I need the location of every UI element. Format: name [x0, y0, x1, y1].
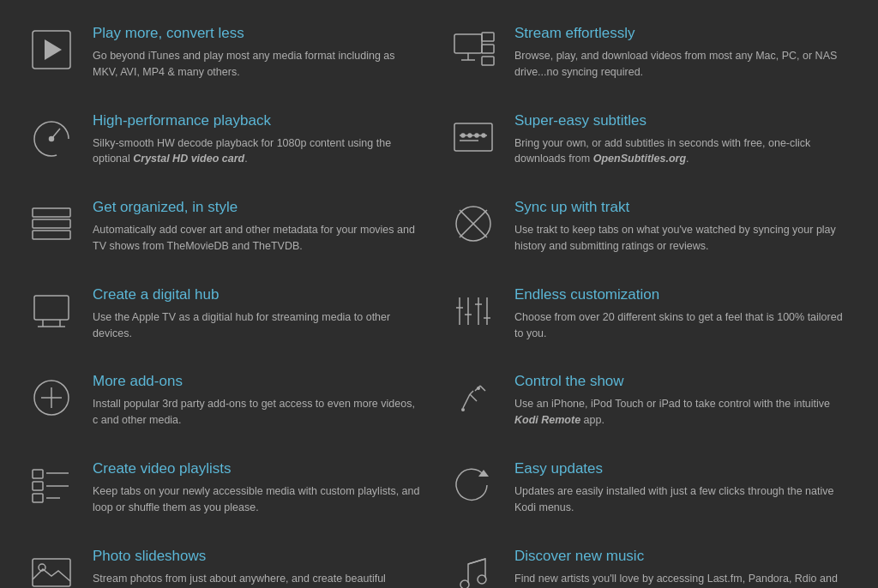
play-convert-icon: [26, 24, 77, 75]
subtitles-icon: [448, 111, 499, 163]
svg-rect-11: [454, 123, 492, 151]
svg-rect-19: [33, 219, 70, 228]
feature-desc-addons: Install popular 3rd party add-ons to get…: [93, 396, 422, 429]
svg-rect-48: [33, 482, 43, 490]
feature-desc-stream-effortlessly: Browse, play, and download videos from m…: [514, 48, 844, 81]
feature-item-updates: Easy updatesUpdates are easily installed…: [439, 444, 861, 531]
feature-text-playlists: Create video playlistsKeep tabs on your …: [93, 459, 422, 516]
high-performance-icon: [26, 111, 77, 163]
svg-point-16: [475, 134, 478, 137]
svg-line-40: [463, 394, 470, 408]
feature-text-stream-effortlessly: Stream effortlesslyBrowse, play, and dow…: [514, 24, 844, 81]
svg-line-58: [468, 559, 485, 564]
feature-item-control: Control the showUse an iPhone, iPod Touc…: [439, 357, 861, 444]
features-grid: Play more, convert lessGo beyond iTunes …: [0, 0, 878, 588]
svg-rect-2: [454, 34, 482, 53]
feature-desc-playlists: Keep tabs on your newly accessible media…: [93, 483, 422, 516]
feature-text-music: Discover new musicFind new artists you'l…: [514, 547, 844, 588]
feature-text-addons: More add-onsInstall popular 3rd party ad…: [93, 372, 422, 429]
feature-text-customization: Endless customizationChoose from over 20…: [514, 285, 844, 342]
feature-text-subtitles: Super-easy subtitlesBring your own, or a…: [514, 111, 844, 168]
digital-hub-icon: [26, 285, 77, 337]
feature-desc-music: Find new artists you'll love by accessin…: [514, 571, 844, 588]
feature-desc-digital-hub: Use the Apple TV as a digitial hub for s…: [93, 309, 422, 342]
feature-desc-control: Use an iPhone, iPod Touch or iPad to tak…: [514, 396, 844, 429]
svg-line-45: [470, 391, 473, 394]
feature-text-control: Control the showUse an iPhone, iPod Touc…: [514, 372, 844, 429]
svg-point-56: [460, 580, 469, 588]
control-icon: [448, 372, 499, 423]
svg-point-10: [50, 136, 54, 141]
feature-title-playlists: Create video playlists: [93, 459, 422, 478]
feature-text-updates: Easy updatesUpdates are easily installed…: [514, 459, 844, 516]
slideshows-icon: [26, 547, 77, 588]
feature-desc-slideshows: Stream photos from just about anywhere, …: [93, 571, 422, 588]
feature-desc-updates: Updates are easily installed with just a…: [514, 483, 844, 516]
feature-item-music: Discover new musicFind new artists you'l…: [439, 531, 861, 588]
feature-item-organized: Get organized, in styleAutomatically add…: [17, 183, 439, 270]
addons-icon: [26, 372, 77, 423]
feature-title-control: Control the show: [514, 372, 844, 391]
feature-item-addons: More add-onsInstall popular 3rd party ad…: [17, 357, 439, 444]
feature-item-play-convert: Play more, convert lessGo beyond iTunes …: [17, 9, 439, 96]
feature-desc-high-performance: Silky-smooth HW decode playback for 1080…: [93, 135, 422, 168]
svg-point-46: [461, 408, 465, 411]
svg-rect-7: [482, 57, 494, 65]
feature-title-stream-effortlessly: Stream effortlessly: [514, 24, 844, 43]
feature-title-play-convert: Play more, convert less: [93, 24, 422, 43]
feature-desc-organized: Automatically add cover art and other me…: [93, 222, 422, 255]
svg-rect-49: [33, 494, 43, 502]
feature-text-high-performance: High-performance playbackSilky-smooth HW…: [93, 111, 422, 168]
feature-item-slideshows: Photo slideshowsStream photos from just …: [17, 531, 439, 588]
stream-effortlessly-icon: [448, 24, 499, 75]
feature-item-high-performance: High-performance playbackSilky-smooth HW…: [17, 96, 439, 183]
feature-item-digital-hub: Create a digital hubUse the Apple TV as …: [17, 270, 439, 357]
svg-point-44: [477, 387, 480, 390]
feature-title-updates: Easy updates: [514, 459, 844, 478]
feature-title-subtitles: Super-easy subtitles: [514, 111, 844, 130]
feature-item-customization: Endless customizationChoose from over 20…: [439, 270, 861, 357]
svg-rect-6: [482, 45, 494, 53]
playlists-icon: [26, 459, 77, 511]
svg-rect-54: [33, 559, 70, 586]
svg-marker-1: [45, 39, 62, 60]
feature-item-trakt: Sync up with traktUse trakt to keep tabs…: [439, 183, 861, 270]
feature-item-stream-effortlessly: Stream effortlesslyBrowse, play, and dow…: [439, 9, 861, 96]
svg-point-57: [478, 575, 486, 584]
feature-title-slideshows: Photo slideshows: [93, 547, 422, 566]
feature-title-customization: Endless customization: [514, 285, 844, 304]
feature-text-play-convert: Play more, convert lessGo beyond iTunes …: [93, 24, 422, 81]
music-icon: [448, 547, 499, 588]
feature-text-organized: Get organized, in styleAutomatically add…: [93, 198, 422, 255]
feature-title-music: Discover new music: [514, 547, 844, 566]
svg-rect-24: [34, 296, 69, 320]
updates-icon: [448, 459, 499, 511]
feature-text-slideshows: Photo slideshowsStream photos from just …: [93, 547, 422, 588]
svg-marker-53: [478, 470, 489, 477]
feature-item-playlists: Create video playlistsKeep tabs on your …: [17, 444, 439, 531]
feature-title-addons: More add-ons: [93, 372, 422, 391]
feature-text-digital-hub: Create a digital hubUse the Apple TV as …: [93, 285, 422, 342]
svg-point-14: [461, 134, 465, 137]
customization-icon: [448, 285, 499, 337]
svg-point-15: [468, 134, 472, 137]
feature-title-high-performance: High-performance playback: [93, 111, 422, 130]
svg-rect-5: [482, 33, 494, 41]
svg-rect-20: [33, 231, 70, 239]
feature-item-subtitles: Super-easy subtitlesBring your own, or a…: [439, 96, 861, 183]
feature-desc-play-convert: Go beyond iTunes and play most any media…: [93, 48, 422, 81]
feature-desc-customization: Choose from over 20 different skins to g…: [514, 309, 844, 342]
feature-title-organized: Get organized, in style: [93, 198, 422, 217]
feature-title-digital-hub: Create a digital hub: [93, 285, 422, 304]
trakt-icon: [448, 198, 499, 249]
svg-rect-47: [33, 470, 43, 478]
svg-point-17: [482, 134, 485, 137]
svg-rect-18: [33, 208, 70, 217]
svg-line-43: [480, 386, 485, 391]
feature-title-trakt: Sync up with trakt: [514, 198, 844, 217]
feature-text-trakt: Sync up with traktUse trakt to keep tabs…: [514, 198, 844, 255]
svg-line-41: [470, 394, 477, 401]
feature-desc-trakt: Use trakt to keep tabs on what you've wa…: [514, 222, 844, 255]
organized-icon: [26, 198, 77, 249]
feature-desc-subtitles: Bring your own, or add subtitles in seco…: [514, 135, 844, 168]
